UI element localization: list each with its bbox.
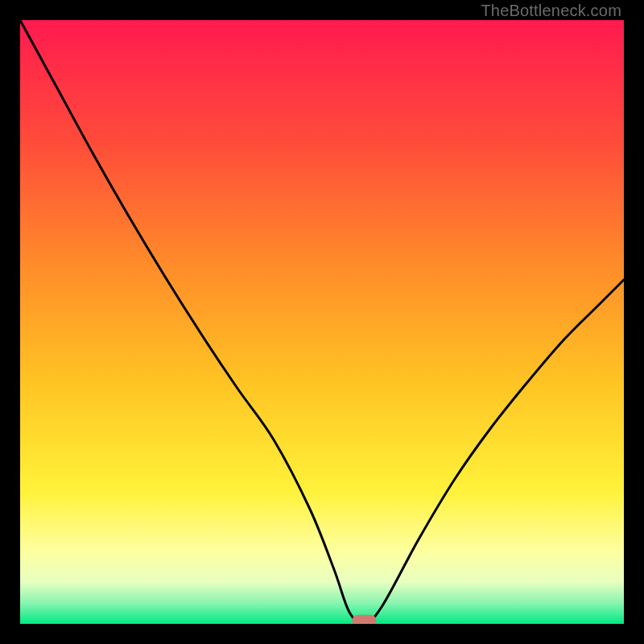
optimum-marker: [353, 615, 377, 624]
chart-background: [20, 20, 624, 624]
watermark-label: TheBottleneck.com: [481, 2, 621, 20]
chart-frame: [20, 20, 624, 624]
bottleneck-chart: [20, 20, 624, 624]
